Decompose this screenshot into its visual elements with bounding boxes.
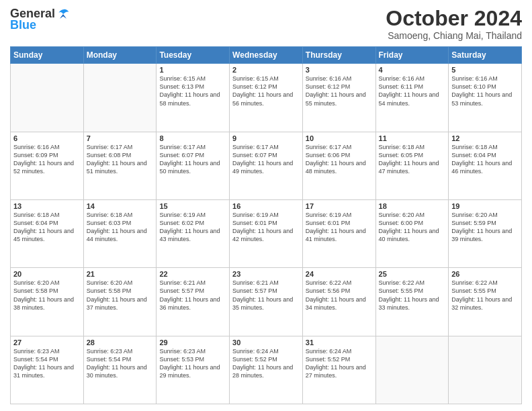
calendar-cell: 15Sunrise: 6:19 AM Sunset: 6:02 PM Dayli… xyxy=(157,199,230,267)
calendar-cell: 31Sunrise: 6:24 AM Sunset: 5:52 PM Dayli… xyxy=(302,336,375,404)
day-number: 23 xyxy=(232,270,300,278)
day-number: 2 xyxy=(232,66,300,74)
calendar-cell: 16Sunrise: 6:19 AM Sunset: 6:01 PM Dayli… xyxy=(230,199,303,267)
day-number: 14 xyxy=(87,202,154,210)
calendar-cell: 14Sunrise: 6:18 AM Sunset: 6:03 PM Dayli… xyxy=(83,199,157,267)
day-number: 26 xyxy=(451,270,519,278)
day-info: Sunrise: 6:20 AM Sunset: 6:00 PM Dayligh… xyxy=(379,211,446,244)
weekday-header-tuesday: Tuesday xyxy=(157,47,230,64)
day-number: 11 xyxy=(379,134,446,142)
day-info: Sunrise: 6:22 AM Sunset: 5:56 PM Dayligh… xyxy=(306,279,373,312)
day-info: Sunrise: 6:17 AM Sunset: 6:07 PM Dayligh… xyxy=(232,143,300,176)
header: General Blue October 2024 Samoeng, Chian… xyxy=(10,7,522,41)
calendar-cell: 1Sunrise: 6:15 AM Sunset: 6:13 PM Daylig… xyxy=(157,64,230,132)
weekday-header-wednesday: Wednesday xyxy=(230,47,303,64)
calendar-cell xyxy=(375,336,449,404)
calendar-week-2: 13Sunrise: 6:18 AM Sunset: 6:04 PM Dayli… xyxy=(11,199,522,267)
day-number: 24 xyxy=(306,270,373,278)
day-info: Sunrise: 6:19 AM Sunset: 6:01 PM Dayligh… xyxy=(306,211,373,244)
weekday-header-sunday: Sunday xyxy=(11,47,84,64)
day-info: Sunrise: 6:18 AM Sunset: 6:05 PM Dayligh… xyxy=(379,143,446,176)
day-info: Sunrise: 6:18 AM Sunset: 6:04 PM Dayligh… xyxy=(451,143,519,176)
day-number: 21 xyxy=(87,270,154,278)
calendar-cell: 28Sunrise: 6:23 AM Sunset: 5:54 PM Dayli… xyxy=(83,336,157,404)
day-number: 7 xyxy=(87,134,154,142)
calendar-cell: 25Sunrise: 6:22 AM Sunset: 5:55 PM Dayli… xyxy=(375,268,449,336)
calendar-week-4: 27Sunrise: 6:23 AM Sunset: 5:54 PM Dayli… xyxy=(11,336,522,404)
calendar-week-0: 1Sunrise: 6:15 AM Sunset: 6:13 PM Daylig… xyxy=(11,64,522,132)
calendar-header-row: SundayMondayTuesdayWednesdayThursdayFrid… xyxy=(11,47,522,64)
day-number: 16 xyxy=(232,202,300,210)
weekday-header-friday: Friday xyxy=(375,47,449,64)
weekday-header-saturday: Saturday xyxy=(449,47,522,64)
calendar-cell: 8Sunrise: 6:17 AM Sunset: 6:07 PM Daylig… xyxy=(157,132,230,199)
calendar-cell: 24Sunrise: 6:22 AM Sunset: 5:56 PM Dayli… xyxy=(302,268,375,336)
day-number: 6 xyxy=(13,134,81,142)
day-info: Sunrise: 6:19 AM Sunset: 6:01 PM Dayligh… xyxy=(232,211,300,244)
day-info: Sunrise: 6:18 AM Sunset: 6:03 PM Dayligh… xyxy=(87,211,154,244)
logo: General Blue xyxy=(10,7,70,32)
day-info: Sunrise: 6:22 AM Sunset: 5:55 PM Dayligh… xyxy=(379,279,446,312)
day-number: 31 xyxy=(306,338,373,347)
calendar-cell: 5Sunrise: 6:16 AM Sunset: 6:10 PM Daylig… xyxy=(449,64,522,132)
calendar-cell: 18Sunrise: 6:20 AM Sunset: 6:00 PM Dayli… xyxy=(375,199,449,267)
day-number: 27 xyxy=(13,338,81,347)
calendar-cell: 27Sunrise: 6:23 AM Sunset: 5:54 PM Dayli… xyxy=(11,336,84,404)
day-info: Sunrise: 6:20 AM Sunset: 5:59 PM Dayligh… xyxy=(451,211,519,244)
day-number: 13 xyxy=(13,202,81,210)
day-info: Sunrise: 6:23 AM Sunset: 5:54 PM Dayligh… xyxy=(87,347,154,380)
day-number: 5 xyxy=(451,66,519,74)
day-number: 22 xyxy=(159,270,226,278)
page: General Blue October 2024 Samoeng, Chian… xyxy=(0,0,532,411)
day-number: 3 xyxy=(306,66,373,74)
day-info: Sunrise: 6:20 AM Sunset: 5:58 PM Dayligh… xyxy=(87,279,154,312)
day-number: 25 xyxy=(379,270,446,278)
calendar-cell: 21Sunrise: 6:20 AM Sunset: 5:58 PM Dayli… xyxy=(83,268,157,336)
calendar-cell: 23Sunrise: 6:21 AM Sunset: 5:57 PM Dayli… xyxy=(230,268,303,336)
calendar-cell: 9Sunrise: 6:17 AM Sunset: 6:07 PM Daylig… xyxy=(230,132,303,199)
calendar-cell: 19Sunrise: 6:20 AM Sunset: 5:59 PM Dayli… xyxy=(449,199,522,267)
calendar-cell: 29Sunrise: 6:23 AM Sunset: 5:53 PM Dayli… xyxy=(157,336,230,404)
calendar-cell: 7Sunrise: 6:17 AM Sunset: 6:08 PM Daylig… xyxy=(83,132,157,199)
logo-bird-icon xyxy=(56,7,70,21)
calendar-cell xyxy=(83,64,157,132)
day-number: 15 xyxy=(159,202,226,210)
day-number: 10 xyxy=(306,134,373,142)
main-title: October 2024 xyxy=(386,7,522,30)
day-number: 20 xyxy=(13,270,81,278)
calendar-cell: 11Sunrise: 6:18 AM Sunset: 6:05 PM Dayli… xyxy=(375,132,449,199)
calendar-week-3: 20Sunrise: 6:20 AM Sunset: 5:58 PM Dayli… xyxy=(11,268,522,336)
day-info: Sunrise: 6:15 AM Sunset: 6:13 PM Dayligh… xyxy=(159,75,226,107)
calendar-cell: 6Sunrise: 6:16 AM Sunset: 6:09 PM Daylig… xyxy=(11,132,84,199)
title-block: October 2024 Samoeng, Chiang Mai, Thaila… xyxy=(386,7,522,41)
calendar-table: SundayMondayTuesdayWednesdayThursdayFrid… xyxy=(10,46,522,404)
calendar-cell: 17Sunrise: 6:19 AM Sunset: 6:01 PM Dayli… xyxy=(302,199,375,267)
day-info: Sunrise: 6:20 AM Sunset: 5:58 PM Dayligh… xyxy=(13,279,81,312)
day-info: Sunrise: 6:16 AM Sunset: 6:10 PM Dayligh… xyxy=(451,75,519,107)
day-number: 30 xyxy=(232,338,300,347)
day-info: Sunrise: 6:23 AM Sunset: 5:53 PM Dayligh… xyxy=(159,347,226,380)
logo-blue: Blue xyxy=(10,18,36,32)
calendar-cell: 26Sunrise: 6:22 AM Sunset: 5:55 PM Dayli… xyxy=(449,268,522,336)
calendar-cell: 13Sunrise: 6:18 AM Sunset: 6:04 PM Dayli… xyxy=(11,199,84,267)
day-number: 1 xyxy=(159,66,226,74)
calendar-cell xyxy=(449,336,522,404)
day-info: Sunrise: 6:17 AM Sunset: 6:06 PM Dayligh… xyxy=(306,143,373,176)
day-info: Sunrise: 6:22 AM Sunset: 5:55 PM Dayligh… xyxy=(451,279,519,312)
day-info: Sunrise: 6:24 AM Sunset: 5:52 PM Dayligh… xyxy=(232,347,300,380)
day-info: Sunrise: 6:17 AM Sunset: 6:07 PM Dayligh… xyxy=(159,143,226,176)
calendar-cell: 10Sunrise: 6:17 AM Sunset: 6:06 PM Dayli… xyxy=(302,132,375,199)
day-number: 29 xyxy=(159,338,226,347)
calendar-cell xyxy=(11,64,84,132)
day-info: Sunrise: 6:18 AM Sunset: 6:04 PM Dayligh… xyxy=(13,211,81,244)
subtitle: Samoeng, Chiang Mai, Thailand xyxy=(386,30,522,41)
day-number: 28 xyxy=(87,338,154,347)
day-info: Sunrise: 6:23 AM Sunset: 5:54 PM Dayligh… xyxy=(13,347,81,380)
calendar-cell: 20Sunrise: 6:20 AM Sunset: 5:58 PM Dayli… xyxy=(11,268,84,336)
day-number: 9 xyxy=(232,134,300,142)
weekday-header-monday: Monday xyxy=(83,47,157,64)
calendar-cell: 22Sunrise: 6:21 AM Sunset: 5:57 PM Dayli… xyxy=(157,268,230,336)
weekday-header-thursday: Thursday xyxy=(302,47,375,64)
day-info: Sunrise: 6:16 AM Sunset: 6:12 PM Dayligh… xyxy=(306,75,373,107)
day-info: Sunrise: 6:21 AM Sunset: 5:57 PM Dayligh… xyxy=(232,279,300,312)
